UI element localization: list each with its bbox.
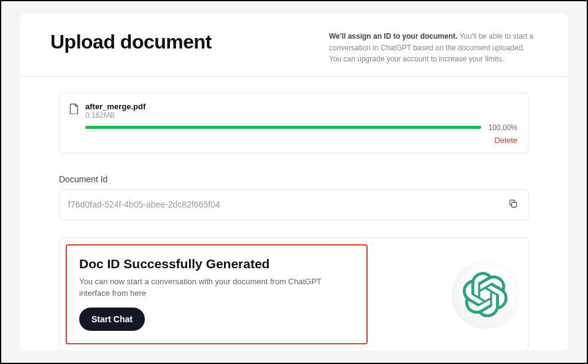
success-description: You can now start a conversation with yo… xyxy=(79,276,343,300)
file-icon xyxy=(69,103,79,117)
uploaded-file-card: after_merge.pdf 0.162MB 100.00% Delete xyxy=(59,93,529,153)
copy-button[interactable] xyxy=(506,197,520,212)
file-size: 0.162MB xyxy=(85,111,517,120)
main-card: Upload document We'll assign an ID to yo… xyxy=(20,14,568,350)
header: Upload document We'll assign an ID to yo… xyxy=(20,14,568,77)
progress-bar xyxy=(85,126,481,129)
header-desc-bold: We'll assign an ID to your document. xyxy=(329,32,457,41)
document-id-input[interactable] xyxy=(68,199,500,209)
header-description: We'll assign an ID to your document. You… xyxy=(329,31,538,65)
copy-icon xyxy=(508,198,519,211)
logo-container xyxy=(451,260,520,329)
start-chat-button[interactable]: Start Chat xyxy=(79,308,145,331)
svg-rect-0 xyxy=(512,202,517,207)
progress-percent: 100.00% xyxy=(489,123,517,132)
success-highlight: Doc ID Successfully Generated You can no… xyxy=(66,244,368,345)
success-title: Doc ID Successfully Generated xyxy=(79,257,354,271)
document-id-row xyxy=(59,189,529,220)
openai-logo-icon xyxy=(451,260,520,329)
document-id-label: Document Id xyxy=(59,174,529,184)
success-card: Doc ID Successfully Generated You can no… xyxy=(59,238,529,350)
file-name: after_merge.pdf xyxy=(85,102,517,111)
page-title: Upload document xyxy=(50,31,212,53)
delete-button[interactable]: Delete xyxy=(494,136,517,145)
